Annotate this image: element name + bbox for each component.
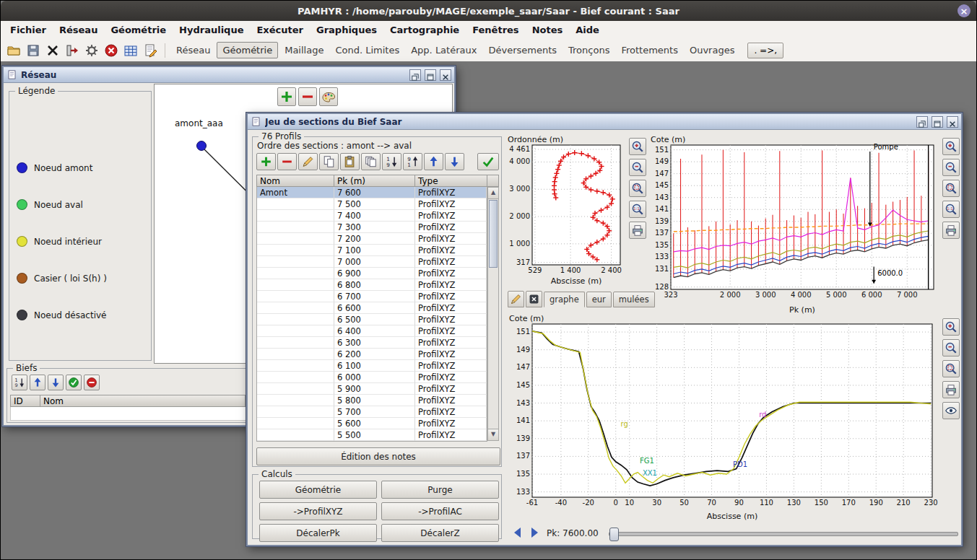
move-up-icon[interactable] — [30, 375, 45, 390]
tab-mulees[interactable]: mulées — [613, 292, 655, 307]
exit-icon[interactable] — [64, 42, 81, 59]
profil-row[interactable]: 6 700ProfilXYZ — [257, 291, 487, 302]
menu-aide[interactable]: Aide — [569, 23, 606, 37]
move-down-icon[interactable] — [445, 153, 464, 170]
col-nom[interactable]: Nom — [256, 175, 334, 187]
profil-row[interactable]: 6 000ProfilXYZ — [257, 372, 487, 383]
zoom-select-icon[interactable] — [629, 180, 646, 197]
table-scrollbar[interactable]: ▲ ▼ — [487, 187, 499, 441]
scroll-up-icon[interactable]: ▲ — [488, 188, 498, 199]
profil-row[interactable]: 6 100ProfilXYZ — [257, 360, 487, 372]
edit-notes-button[interactable]: Édition des notes — [256, 447, 500, 465]
sections-window[interactable]: Jeu de sections du Bief Saar 76 Profils … — [246, 113, 963, 546]
profil-row[interactable]: 7 200ProfilXYZ — [257, 233, 487, 245]
move-down-icon[interactable] — [48, 375, 64, 390]
toolbar-button-maillage[interactable]: Maillage — [279, 43, 329, 58]
toolbar-button-frottements[interactable]: Frottements — [616, 43, 683, 58]
profil-row[interactable]: 6 800ProfilXYZ — [257, 279, 487, 291]
notes-icon[interactable] — [142, 42, 159, 59]
biefs-col-id[interactable]: ID — [10, 395, 40, 407]
calc-button-geometrie[interactable]: Géométrie — [259, 481, 377, 499]
toolbar-extra-button[interactable]: . =>, — [747, 43, 783, 58]
open-file-icon[interactable] — [5, 42, 22, 59]
apply-icon[interactable] — [477, 153, 499, 170]
frame-restore-icon[interactable] — [916, 116, 928, 128]
move-up-icon[interactable] — [424, 153, 443, 170]
zoom-in-icon[interactable] — [629, 138, 646, 155]
calc-button-profilac[interactable]: ->ProfilAC — [381, 502, 499, 520]
profil-row[interactable]: 6 900ProfilXYZ — [257, 268, 487, 279]
profil-row[interactable]: 7 000ProfilXYZ — [257, 256, 487, 268]
save-icon[interactable] — [25, 42, 42, 59]
toolbar-button-deversements[interactable]: Déversements — [483, 43, 562, 58]
profil-row[interactable]: 5 600ProfilXYZ — [257, 418, 487, 429]
menu-geometrie[interactable]: Géométrie — [104, 23, 173, 37]
sort-desc-icon[interactable]: 19 — [382, 153, 401, 170]
toolbar-button-app-lateraux[interactable]: App. Latéraux — [406, 43, 482, 58]
print-icon[interactable] — [629, 222, 646, 239]
copy-icon[interactable] — [319, 153, 339, 170]
menu-fenetres[interactable]: Fenêtres — [466, 23, 525, 37]
remove-profile-icon[interactable] — [277, 153, 297, 170]
menu-reseau[interactable]: Réseau — [53, 23, 104, 37]
edit-profile-icon[interactable] — [298, 153, 318, 170]
calc-button-decalerz[interactable]: DécalerZ — [381, 524, 499, 542]
profil-row[interactable]: 6 400ProfilXYZ — [257, 325, 487, 337]
tab-eur[interactable]: eur — [586, 292, 612, 307]
menu-graphiques[interactable]: Graphiques — [310, 23, 383, 37]
zoom-select-icon[interactable] — [942, 360, 960, 377]
profil-row[interactable]: 7 100ProfilXYZ — [257, 245, 487, 256]
profil-row[interactable]: 7 400ProfilXYZ — [257, 210, 487, 222]
col-type[interactable]: Type — [415, 175, 487, 187]
print-icon[interactable] — [942, 381, 960, 398]
table-grid-icon[interactable] — [122, 42, 139, 59]
sort-asc-icon[interactable]: 91 — [403, 153, 422, 170]
close-file-icon[interactable] — [44, 42, 61, 59]
calc-button-purge[interactable]: Purge — [381, 481, 499, 499]
settings-gear-icon[interactable] — [83, 42, 100, 59]
frame-close-icon[interactable] — [947, 116, 958, 128]
zoom-select-icon[interactable] — [942, 180, 960, 197]
palette-icon[interactable] — [319, 87, 338, 106]
profil-row[interactable]: 6 200ProfilXYZ — [257, 349, 487, 360]
profil-row[interactable]: 5 900ProfilXYZ — [257, 383, 487, 395]
biefs-col-nom[interactable]: Nom — [40, 395, 246, 407]
calc-button-profilxyz[interactable]: ->ProfilXYZ — [259, 502, 377, 520]
toolbar-button-cond-limites[interactable]: Cond. Limites — [330, 43, 404, 58]
profil-row[interactable]: 6 300ProfilXYZ — [257, 337, 487, 349]
frame-maximize-icon[interactable] — [932, 116, 943, 128]
stop-icon[interactable] — [103, 42, 120, 59]
profil-row[interactable]: 5 800ProfilXYZ — [257, 395, 487, 406]
zoom-out-icon[interactable] — [629, 159, 646, 176]
add-node-icon[interactable] — [277, 87, 296, 106]
pk-slider[interactable] — [609, 532, 958, 536]
zoom-out-icon[interactable] — [942, 159, 960, 176]
frame-restore-icon[interactable] — [409, 69, 421, 81]
next-profile-icon[interactable] — [527, 525, 542, 540]
pk-slider-thumb[interactable] — [609, 528, 619, 541]
profil-row[interactable]: 5 500ProfilXYZ — [257, 429, 487, 441]
sort-icon[interactable]: 19 — [12, 375, 27, 390]
col-pk[interactable]: Pk (m) — [334, 175, 415, 187]
menu-executer[interactable]: Exécuter — [250, 23, 310, 37]
edit-tab-icon[interactable] — [508, 291, 524, 307]
profil-row[interactable]: 6 500ProfilXYZ — [257, 314, 487, 325]
window-close-button[interactable]: × — [958, 4, 971, 17]
visibility-icon[interactable] — [942, 402, 960, 419]
print-icon[interactable] — [942, 222, 960, 239]
reseau-window-titlebar[interactable]: Réseau — [4, 67, 454, 83]
profil-row[interactable]: 7 300ProfilXYZ — [257, 222, 487, 233]
remove-node-icon[interactable] — [298, 87, 317, 106]
profil-row[interactable]: 6 600ProfilXYZ — [257, 302, 487, 314]
zoom-in-icon[interactable] — [942, 318, 960, 336]
delete-bief-icon[interactable] — [84, 375, 100, 390]
menu-notes[interactable]: Notes — [526, 23, 570, 37]
add-profile-icon[interactable] — [256, 153, 276, 170]
profil-row[interactable]: 7 500ProfilXYZ — [257, 198, 487, 210]
toolbar-button-troncons[interactable]: Tronçons — [563, 43, 615, 58]
sections-window-titlebar[interactable]: Jeu de sections du Bief Saar — [248, 114, 961, 130]
frame-maximize-icon[interactable] — [425, 69, 436, 81]
duplicate-icon[interactable] — [361, 153, 381, 170]
validate-icon[interactable] — [66, 375, 82, 390]
close-tab-icon[interactable] — [526, 291, 542, 307]
